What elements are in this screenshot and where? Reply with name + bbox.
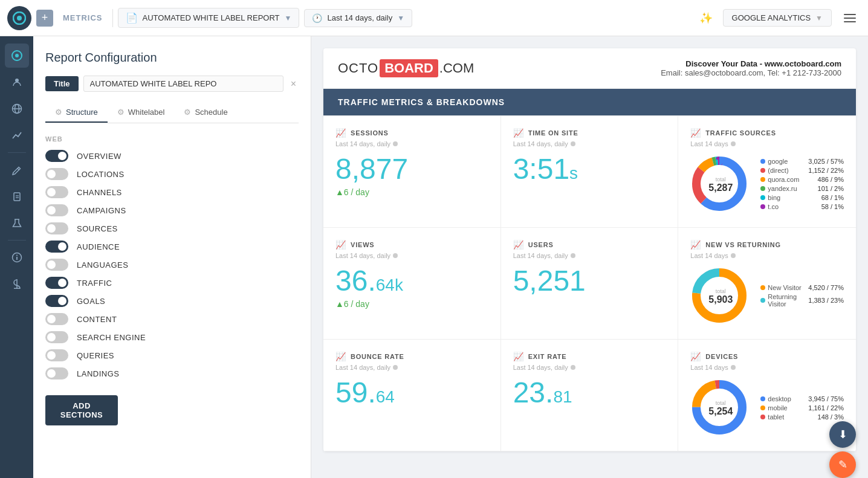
structure-icon: ⚙	[55, 108, 62, 117]
legend-value: 1,152 / 22%	[808, 167, 844, 174]
donut-total-label: total	[708, 176, 733, 182]
legend-dot	[760, 195, 765, 200]
toggle-slider-0	[45, 150, 68, 162]
toggle-12[interactable]	[45, 367, 68, 379]
ga-text: GOOGLE ANALYTICS	[732, 13, 811, 22]
title-input[interactable]	[83, 76, 283, 92]
sidebar-item-dollar[interactable]	[5, 272, 29, 296]
toggle-row-content: CONTENT	[45, 313, 299, 325]
tab-whitelabel[interactable]: ⚙ Whitelabel	[108, 103, 175, 123]
metric-name: TIME ON SITE	[528, 129, 578, 137]
tab-structure[interactable]: ⚙ Structure	[45, 103, 108, 123]
add-button[interactable]: +	[36, 10, 53, 27]
legend-name: yandex.ru	[768, 185, 817, 192]
toggle-slider-12	[45, 367, 68, 379]
toggle-label-1: LOCATIONS	[77, 170, 125, 179]
hamburger-menu[interactable]	[839, 7, 861, 29]
sidebar-item-users[interactable]	[5, 70, 29, 94]
legend-dot	[760, 298, 765, 303]
metric-value-secondary: 64	[376, 387, 395, 407]
toggle-row-campaigns: CAMPAIGNS	[45, 204, 299, 216]
toggle-0[interactable]	[45, 150, 68, 162]
toggle-3[interactable]	[45, 204, 68, 216]
ga-selector[interactable]: GOOGLE ANALYTICS ▼	[723, 9, 832, 27]
metric-header: 📈 SESSIONS	[335, 128, 488, 138]
icon-sidebar	[0, 36, 33, 478]
sidebar-item-analytics[interactable]	[5, 123, 29, 147]
toggle-row-locations: LOCATIONS	[45, 168, 299, 180]
metric-period: Last 14 days, daily	[335, 364, 488, 371]
legend-value: 486 / 9%	[818, 176, 844, 183]
donut-legend: New Visitor 4,520 / 77% Returning Visito…	[760, 284, 844, 309]
fab-edit-button[interactable]: ✎	[829, 451, 856, 478]
legend-dot	[760, 177, 765, 182]
report-section-header: TRAFFIC METRICS & BREAKDOWNS	[323, 89, 856, 115]
legend-dot	[760, 168, 765, 173]
toggle-10[interactable]	[45, 331, 68, 343]
toggle-label-0: OVERVIEW	[77, 152, 121, 161]
metric-grid: 📈 SESSIONS Last 14 days, daily 8,877 ▲6 …	[323, 115, 856, 451]
trend-icon: 📈	[335, 128, 346, 138]
metric-card-views: 📈 VIEWS Last 14 days, daily 36. 64k ▲6 /…	[323, 228, 501, 340]
donut-card: total 5,287 google 3,025 / 57% (direct) …	[690, 155, 844, 215]
sidebar-item-info[interactable]	[5, 245, 29, 270]
sidebar-item-flask[interactable]	[5, 211, 29, 235]
toggle-slider-5	[45, 241, 68, 253]
toggle-8[interactable]	[45, 295, 68, 307]
toggle-4[interactable]	[45, 222, 68, 234]
trend-icon: 📈	[513, 352, 523, 361]
toggle-7[interactable]	[45, 277, 68, 289]
sidebar-item-globe[interactable]	[5, 97, 29, 121]
period-dot	[393, 141, 398, 146]
title-clear-button[interactable]: ×	[288, 79, 299, 89]
metric-period: Last 14 days, daily	[513, 140, 666, 147]
donut-label: total 5,903	[708, 288, 733, 305]
sidebar-item-clipboard[interactable]	[5, 184, 29, 208]
trend-icon: 📈	[513, 240, 523, 250]
toggle-slider-11	[45, 349, 68, 361]
metric-period: Last 14 days, daily	[335, 252, 488, 259]
nav-separator	[112, 9, 113, 27]
metric-value-row: 23. 81	[513, 378, 666, 407]
report-tel: +1 212-7J3-2000	[782, 68, 841, 77]
legend-name: quora.com	[768, 176, 817, 183]
fab-download-button[interactable]: ⬇	[829, 421, 856, 448]
legend-name: bing	[768, 194, 821, 201]
toggle-9[interactable]	[45, 313, 68, 325]
legend-name: mobile	[768, 404, 808, 412]
toggle-5[interactable]	[45, 241, 68, 253]
toggle-slider-10	[45, 331, 68, 343]
config-sidebar: Report Configuration Title × ⚙ Structure…	[33, 36, 311, 478]
toggle-slider-1	[45, 168, 68, 180]
sidebar-item-pencil[interactable]	[5, 158, 29, 182]
donut-total-value: 5,903	[708, 294, 733, 305]
tab-schedule-label: Schedule	[195, 108, 227, 117]
toggle-2[interactable]	[45, 186, 68, 198]
metric-subvalue: ▲6 / day	[335, 299, 488, 309]
metric-period: Last 14 days	[690, 140, 844, 147]
period-dot	[393, 365, 398, 370]
add-sections-button[interactable]: ADD SECTIONS	[45, 395, 118, 425]
legend-item: bing 68 / 1%	[760, 194, 844, 201]
tab-schedule[interactable]: ⚙ Schedule	[174, 103, 237, 123]
sidebar-divider-2	[8, 240, 26, 241]
trend-up-icon: ▲6 / day	[335, 187, 369, 197]
toggle-1[interactable]	[45, 168, 68, 180]
toggle-list: OVERVIEW LOCATIONS CHANNELS CAMPAIGNS SO…	[45, 150, 299, 379]
metric-name: BOUNCE RATE	[351, 353, 404, 360]
metric-name: NEW VS RETURNING	[705, 241, 781, 248]
metric-header: 📈 TRAFFIC SOURCES	[690, 128, 844, 138]
report-selector[interactable]: 📄 AUTOMATED WHITE LABEL REPORT ▼	[118, 8, 300, 28]
toggle-slider-3	[45, 204, 68, 216]
date-range-selector[interactable]: 🕐 Last 14 days, daily ▼	[304, 9, 412, 27]
toggle-6[interactable]	[45, 259, 68, 271]
toggle-label-6: LANGUAGES	[77, 260, 128, 270]
svg-rect-4	[844, 21, 856, 22]
sidebar-item-dashboard[interactable]	[5, 44, 29, 68]
metric-header: 📈 USERS	[513, 240, 666, 250]
toggle-row-goals: GOALS	[45, 295, 299, 307]
toggle-11[interactable]	[45, 349, 68, 361]
period-dot	[571, 141, 575, 146]
report-icon: 📄	[126, 12, 138, 24]
legend-value: 58 / 1%	[821, 203, 844, 210]
